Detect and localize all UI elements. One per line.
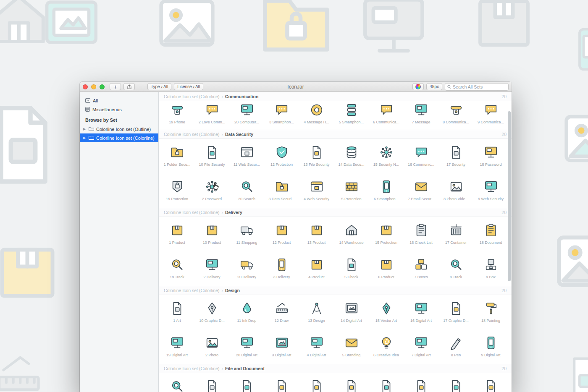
icon-cell[interactable]: 1 Folder Secu...	[160, 140, 194, 172]
icon-cell[interactable]	[229, 374, 264, 392]
icon-cell[interactable]: 3 Data Securi...	[264, 174, 299, 207]
icon-cell[interactable]: 9 Box	[473, 252, 508, 285]
close-window-button[interactable]	[83, 84, 88, 89]
icon-cell[interactable]: 17 Container	[438, 218, 473, 251]
icon-cell[interactable]: 3 Digital Art	[264, 330, 299, 363]
icon-cell[interactable]: 12 Protection	[264, 140, 299, 172]
icon-cell[interactable]: 8 Communica...	[438, 102, 473, 129]
disclosure-triangle-icon[interactable]: ▶	[83, 136, 87, 140]
icon-cell[interactable]: 6 Communica...	[369, 102, 404, 129]
icon-cell[interactable]: 20 Computer...	[229, 102, 264, 129]
icon-cell[interactable]: 8 Track	[438, 252, 473, 285]
icon-cell[interactable]	[369, 374, 404, 392]
icon-cell[interactable]: 9 Web Security	[473, 174, 508, 207]
icon-cell[interactable]: 9 Communica...	[473, 102, 508, 129]
icon-cell[interactable]	[404, 374, 438, 392]
sidebar-item-miscellaneous[interactable]: Miscellaneous	[80, 105, 158, 114]
icon-cell[interactable]	[299, 374, 334, 392]
icon-cell[interactable]: 10 Product	[194, 218, 229, 251]
icon-cell[interactable]: 3 Smartphon...	[264, 102, 299, 129]
sidebar-set-colorline-outline[interactable]: ▶ Colorline Icon set (Outline)	[80, 125, 158, 133]
icon-cell[interactable]: 5 Smartphon...	[334, 102, 369, 129]
icon-cell[interactable]	[160, 374, 194, 392]
minimize-window-button[interactable]	[91, 84, 96, 89]
icon-cell[interactable]: 2 Password	[194, 174, 229, 207]
icon-cell[interactable]: 7 Email Secur...	[404, 174, 438, 207]
icon-cell[interactable]: 13 Design	[299, 296, 334, 329]
icon-cell[interactable]: 16 Digital Art	[404, 296, 438, 329]
icon-cell[interactable]: 2 Love Comm...	[194, 102, 229, 129]
disclosure-triangle-icon[interactable]: ▶	[83, 127, 87, 131]
license-filter-button[interactable]: License › All	[174, 83, 203, 90]
icon-cell[interactable]: 3 Delivery	[264, 252, 299, 285]
icon-cell[interactable]: 2 Delivery	[194, 252, 229, 285]
icon-cell[interactable]: 15 Protection	[369, 218, 404, 251]
icon-cell[interactable]: 12 Product	[264, 218, 299, 251]
icon-cell[interactable]	[264, 374, 299, 392]
color-filter-button[interactable]	[412, 83, 424, 90]
zoom-window-button[interactable]	[100, 84, 105, 89]
icon-cell[interactable]: 19 Digital Art	[160, 330, 194, 363]
search-input[interactable]	[453, 84, 506, 89]
icon-cell[interactable]: 6 Creative Idea	[369, 330, 404, 363]
icon-cell[interactable]: 15 Security N...	[369, 140, 404, 172]
icon-cell[interactable]: 8 Pen	[438, 330, 473, 363]
icon-cell[interactable]: 2 Photo	[194, 330, 229, 363]
icon-cell[interactable]: 15 Vector Art	[369, 296, 404, 329]
icon-cell[interactable]: 10 Graphic D...	[194, 296, 229, 329]
icon-cell[interactable]: 14 Data Secu...	[334, 140, 369, 172]
sidebar-set-colorline-colorline[interactable]: ▶ Colorline Icon set (Colorline)	[80, 133, 158, 142]
scrollbar-thumb[interactable]	[508, 111, 511, 281]
search-field[interactable]	[445, 83, 509, 91]
icon-cell[interactable]: 18 Painting	[473, 296, 508, 329]
icon-cell[interactable]: 9 Digital Art	[473, 330, 508, 363]
icon-cell[interactable]: 1 Product	[160, 218, 194, 251]
type-filter-button[interactable]: Type › All	[147, 83, 171, 90]
icon-cell[interactable]: 16 Communic...	[404, 140, 438, 172]
icon-cell[interactable]: 14 Warehouse	[334, 218, 369, 251]
icon-cell[interactable]: 7 Boxes	[404, 252, 438, 285]
add-button[interactable]: +	[110, 83, 121, 90]
icon-cell[interactable]: 7 Digital Art	[404, 330, 438, 363]
icon-cell[interactable]: 4 Web Security	[299, 174, 334, 207]
icon-cell[interactable]: 4 Message H...	[299, 102, 334, 129]
icon-cell[interactable]	[334, 374, 369, 392]
icon-cell[interactable]: 12 Draw	[264, 296, 299, 329]
icon-cell[interactable]: 17 Security	[438, 140, 473, 172]
icon-cell[interactable]: 17 Graphic D...	[438, 296, 473, 329]
icon-cell[interactable]: 11 Ink Drop	[229, 296, 264, 329]
icon-cell[interactable]: 18 Document	[473, 218, 508, 251]
icon-cell[interactable]	[473, 374, 508, 392]
icon-cell[interactable]: 6 Product	[369, 252, 404, 285]
icon-cell[interactable]: 11 Shopping	[229, 218, 264, 251]
icon-cell[interactable]: 7 Message	[404, 102, 438, 129]
icon-cell[interactable]: 18 Password	[473, 140, 508, 172]
sidebar-item-all[interactable]: All	[80, 96, 158, 105]
icon-cell[interactable]	[194, 374, 229, 392]
icon-label: 14 Warehouse	[339, 240, 363, 245]
icon-cell[interactable]: 11 Web Secur...	[229, 140, 264, 172]
icon-cell[interactable]: 20 Delivery	[229, 252, 264, 285]
icon-cell[interactable]: 1 Art	[160, 296, 194, 329]
icon-cell[interactable]: 13 File Security	[299, 140, 334, 172]
icon-cell[interactable]: 20 Digital Art	[229, 330, 264, 363]
icon-cell[interactable]: 4 Digital Art	[299, 330, 334, 363]
icon-cell[interactable]: 10 File Security	[194, 140, 229, 172]
icon-cell[interactable]: 19 Phone	[160, 102, 194, 129]
icon-cell[interactable]: 5 Protection	[334, 174, 369, 207]
icon-size-button[interactable]: 48px	[426, 83, 442, 90]
icon-cell[interactable]	[438, 374, 473, 392]
icon-cell[interactable]: 19 Track	[160, 252, 194, 285]
export-button[interactable]	[123, 83, 135, 90]
icon-cell[interactable]: 5 Branding	[334, 330, 369, 363]
icon-cell[interactable]: 16 Check List	[404, 218, 438, 251]
icon-cell[interactable]: 6 Smartphon...	[369, 174, 404, 207]
icon-cell[interactable]: 14 Digital Art	[334, 296, 369, 329]
icon-label: 20 Search	[238, 197, 255, 201]
icon-cell[interactable]: 20 Search	[229, 174, 264, 207]
icon-cell[interactable]: 13 Product	[299, 218, 334, 251]
icon-cell[interactable]: 4 Product	[299, 252, 334, 285]
icon-cell[interactable]: 19 Protection	[160, 174, 194, 207]
icon-cell[interactable]: 5 Check	[334, 252, 369, 285]
icon-cell[interactable]: 8 Photo Vide...	[438, 174, 473, 207]
